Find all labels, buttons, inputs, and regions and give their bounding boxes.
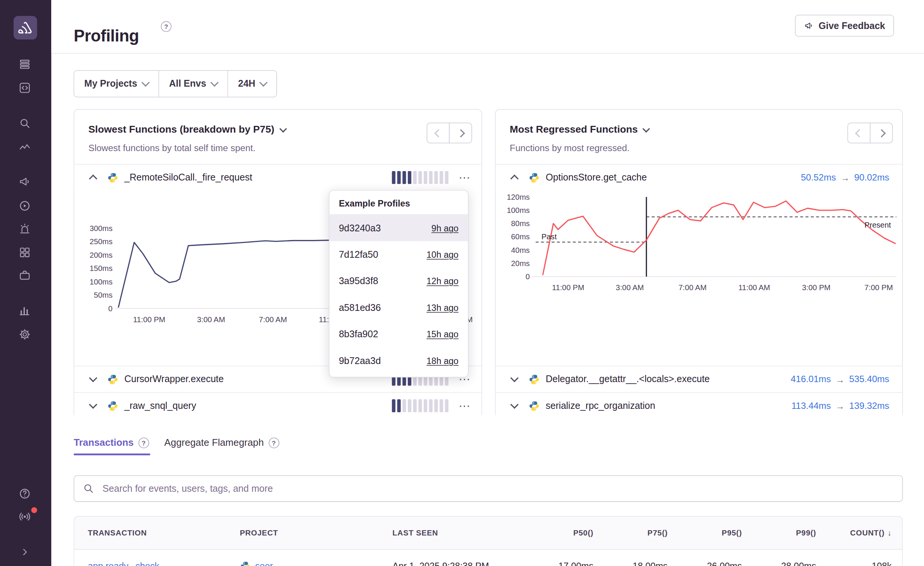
flamegraph-help-icon[interactable]: ? <box>268 438 279 448</box>
col-last-seen[interactable]: LAST SEEN <box>392 517 438 549</box>
svg-text:3:00 PM: 3:00 PM <box>802 283 831 292</box>
slowest-functions-title[interactable]: Slowest Functions (breakdown by P75) <box>88 124 286 136</box>
col-p99[interactable]: P99() <box>796 517 816 549</box>
sentry-profiling-page: Profiling ? Give Feedback My Projects Al… <box>0 0 924 566</box>
table-row[interactable]: app.ready._check seer Apr 1, 2025 9:28:3… <box>74 550 902 566</box>
profile-row[interactable]: 9b72aa3d 18h ago <box>329 347 468 374</box>
date-range-filter[interactable]: 24H <box>228 71 277 97</box>
profile-age-link[interactable]: 9h ago <box>432 223 459 233</box>
collapse-row-icon[interactable] <box>87 173 99 182</box>
next-page-button[interactable] <box>449 123 472 144</box>
next-page-button[interactable] <box>870 123 893 144</box>
col-project[interactable]: PROJECT <box>240 517 278 549</box>
prev-page-button[interactable] <box>848 123 871 144</box>
p99-cell: 28.00ms <box>781 550 816 566</box>
svg-text:40ms: 40ms <box>511 246 530 254</box>
example-profiles-popup: Example Profiles 9d3240a3 9h ago 7d12fa5… <box>329 190 468 378</box>
col-count[interactable]: COUNT()↓ <box>850 517 892 549</box>
svg-text:300ms: 300ms <box>90 224 113 233</box>
expand-row-icon[interactable] <box>509 378 520 381</box>
options-icon[interactable]: ⋯ <box>457 171 472 183</box>
replays-icon[interactable] <box>17 198 32 214</box>
feedback-icon[interactable] <box>17 174 32 190</box>
sentry-logo-icon <box>18 21 33 35</box>
expand-row-icon[interactable] <box>509 404 520 407</box>
profile-row[interactable]: 8b3fa902 15h ago <box>329 321 468 347</box>
before-duration-link[interactable]: 50.52ms <box>801 172 836 183</box>
projects-filter-label: My Projects <box>84 78 137 89</box>
dashboards-icon[interactable] <box>17 245 32 260</box>
col-p95[interactable]: P95() <box>722 517 742 549</box>
transaction-link[interactable]: app.ready._check <box>88 550 159 566</box>
function-row[interactable]: OptionsStore.get_cache 50.52ms → 90.02ms <box>496 164 902 190</box>
expand-sidebar-icon[interactable] <box>17 545 32 560</box>
before-duration-link[interactable]: 113.44ms <box>791 401 831 411</box>
search-nav-icon[interactable] <box>17 116 32 131</box>
last-seen-cell: Apr 1, 2025 9:28:38 PM <box>392 550 489 566</box>
expand-row-icon[interactable] <box>87 404 99 407</box>
sentry-logo[interactable] <box>14 16 37 40</box>
after-duration-link[interactable]: 139.32ms <box>849 401 889 411</box>
environments-filter[interactable]: All Envs <box>159 71 228 97</box>
expand-row-icon[interactable] <box>87 378 99 381</box>
settings-icon[interactable] <box>17 327 32 342</box>
most-regressed-title[interactable]: Most Regressed Functions <box>510 124 649 136</box>
profile-age-link[interactable]: 10h ago <box>427 249 459 260</box>
profile-row[interactable]: 7d12fa50 10h ago <box>329 241 468 268</box>
col-p75[interactable]: P75() <box>648 517 668 549</box>
help-icon[interactable] <box>17 486 32 502</box>
profile-id: 9d3240a3 <box>339 223 381 233</box>
profile-age-link[interactable]: 18h ago <box>427 356 459 366</box>
profiles-sparkline <box>392 171 448 184</box>
col-p50[interactable]: P50() <box>573 517 593 549</box>
p50-cell: 17.00ms <box>558 550 593 566</box>
profile-age-link[interactable]: 12h ago <box>427 276 459 286</box>
chevron-down-icon <box>210 78 219 87</box>
svg-text:20ms: 20ms <box>511 259 530 268</box>
options-icon[interactable]: ⋯ <box>457 400 472 411</box>
collapse-row-icon[interactable] <box>509 173 520 182</box>
prev-page-button[interactable] <box>427 123 450 144</box>
project-link[interactable]: seer <box>255 550 273 566</box>
function-name: Delegator.__getattr__.<locals>.execute <box>546 374 710 384</box>
profiling-help-icon[interactable]: ? <box>161 21 171 32</box>
tab-aggregate-flamegraph[interactable]: Aggregate Flamegraph ? <box>164 437 279 448</box>
arrow-right-icon: → <box>836 374 844 384</box>
profile-row[interactable]: 3a95d3f8 12h ago <box>329 268 468 294</box>
profile-age-link[interactable]: 15h ago <box>427 329 459 339</box>
give-feedback-button[interactable]: Give Feedback <box>795 15 894 37</box>
after-duration-link[interactable]: 535.40ms <box>849 374 889 384</box>
svg-text:60ms: 60ms <box>511 233 530 241</box>
function-name: OptionsStore.get_cache <box>546 172 647 183</box>
give-feedback-label: Give Feedback <box>819 20 885 31</box>
tab-transactions[interactable]: Transactions ? <box>74 437 149 448</box>
function-row[interactable]: serialize_rpc_organization 113.44ms → 13… <box>496 392 902 419</box>
function-row[interactable]: _RemoteSiloCall._fire_request ⋯ <box>74 164 481 190</box>
projects-filter[interactable]: My Projects <box>74 71 159 97</box>
stats-icon[interactable] <box>17 303 32 318</box>
profile-age-link[interactable]: 13h ago <box>427 303 459 313</box>
after-duration-link[interactable]: 90.02ms <box>854 172 889 183</box>
before-duration-link[interactable]: 416.01ms <box>791 374 831 384</box>
function-row[interactable]: Delegator.__getattr__.<locals>.execute 4… <box>496 366 902 392</box>
slowest-pagination <box>427 123 472 144</box>
transactions-help-icon[interactable]: ? <box>138 438 149 448</box>
alerts-icon[interactable] <box>17 221 32 237</box>
svg-text:0: 0 <box>108 304 113 313</box>
search-input[interactable] <box>74 475 903 502</box>
function-name: _raw_snql_query <box>124 401 196 411</box>
svg-text:11:00 AM: 11:00 AM <box>738 283 770 292</box>
projects-icon[interactable] <box>17 268 32 283</box>
search-icon <box>82 482 94 494</box>
profile-row[interactable]: a581ed36 13h ago <box>329 294 468 321</box>
python-icon <box>529 172 540 183</box>
explore-icon[interactable] <box>17 80 32 96</box>
function-row[interactable]: _raw_snql_query ⋯ <box>74 392 481 419</box>
col-transaction[interactable]: TRANSACTION <box>88 517 147 549</box>
count-cell: 108k <box>872 550 892 566</box>
svg-text:200ms: 200ms <box>90 251 113 259</box>
issues-icon[interactable] <box>17 57 32 72</box>
profile-row[interactable]: 9d3240a3 9h ago <box>329 215 468 241</box>
insights-icon[interactable] <box>17 140 32 155</box>
profile-id: 7d12fa50 <box>339 249 378 260</box>
